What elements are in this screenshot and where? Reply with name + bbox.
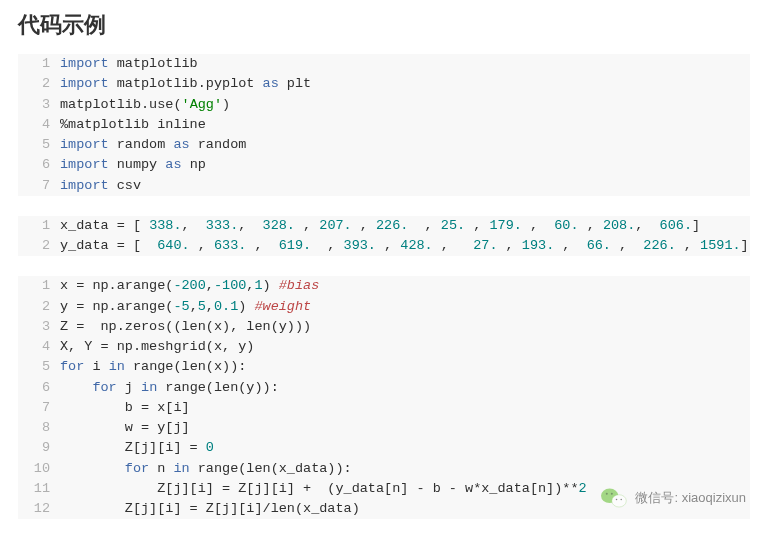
code-token: , bbox=[206, 278, 214, 293]
code-content: import numpy as np bbox=[60, 155, 206, 175]
code-token: , bbox=[190, 299, 198, 314]
code-token: 5 bbox=[198, 299, 206, 314]
code-token: csv bbox=[109, 178, 141, 193]
code-token: , bbox=[311, 238, 343, 253]
code-token: in bbox=[141, 380, 157, 395]
section-heading: 代码示例 bbox=[18, 10, 750, 40]
code-content: for j in range(len(y)): bbox=[60, 378, 279, 398]
svg-point-4 bbox=[616, 499, 618, 501]
code-token: , bbox=[522, 218, 554, 233]
code-line: 1import matplotlib bbox=[18, 54, 750, 74]
code-block: 1x_data = [ 338., 333., 328. , 207. , 22… bbox=[18, 216, 750, 257]
code-token: b = x[i] bbox=[60, 400, 190, 415]
code-content: Z[j][i] = Z[j][i]/len(x_data) bbox=[60, 499, 360, 519]
svg-point-5 bbox=[621, 499, 623, 501]
code-token: n bbox=[149, 461, 173, 476]
code-content: import csv bbox=[60, 176, 141, 196]
code-token: 0.1 bbox=[214, 299, 238, 314]
svg-point-2 bbox=[606, 493, 608, 495]
code-token: %matplotlib inline bbox=[60, 117, 206, 132]
code-token: , bbox=[433, 238, 474, 253]
line-number: 1 bbox=[18, 216, 60, 236]
code-token: , bbox=[611, 238, 643, 253]
code-token: 2 bbox=[578, 481, 586, 496]
code-token: Z[j][i] = bbox=[60, 440, 206, 455]
code-token: x = np.arange( bbox=[60, 278, 173, 293]
code-token: as bbox=[165, 157, 181, 172]
code-token: matplotlib.pyplot bbox=[109, 76, 263, 91]
code-token: 606. bbox=[660, 218, 692, 233]
code-token: , bbox=[352, 218, 376, 233]
code-token: , bbox=[465, 218, 489, 233]
code-token: , bbox=[246, 238, 278, 253]
code-token: range(len(x)): bbox=[125, 359, 247, 374]
code-token: , bbox=[554, 238, 586, 253]
code-token: 333. bbox=[206, 218, 238, 233]
line-number: 3 bbox=[18, 317, 60, 337]
code-token: #weight bbox=[254, 299, 311, 314]
line-number: 4 bbox=[18, 115, 60, 135]
code-token: 0 bbox=[206, 440, 214, 455]
watermark: 微信号: xiaoqizixun bbox=[601, 486, 746, 510]
code-token: , bbox=[182, 218, 206, 233]
code-token: matplotlib bbox=[109, 56, 198, 71]
code-token: random bbox=[190, 137, 247, 152]
code-token: 338. bbox=[149, 218, 181, 233]
code-content: import matplotlib bbox=[60, 54, 198, 74]
wechat-icon bbox=[601, 486, 627, 510]
line-number: 12 bbox=[18, 499, 60, 519]
code-token: x_data = [ bbox=[60, 218, 149, 233]
line-number: 2 bbox=[18, 236, 60, 256]
code-token: ) bbox=[238, 299, 254, 314]
code-token: , bbox=[238, 218, 262, 233]
line-number: 11 bbox=[18, 479, 60, 499]
line-number: 7 bbox=[18, 398, 60, 418]
code-token: 1591. bbox=[700, 238, 741, 253]
code-token: ] bbox=[692, 218, 700, 233]
code-token: , bbox=[190, 238, 214, 253]
line-number: 7 bbox=[18, 176, 60, 196]
code-token: 619. bbox=[279, 238, 311, 253]
line-number: 2 bbox=[18, 74, 60, 94]
code-content: %matplotlib inline bbox=[60, 115, 206, 135]
code-token: 25. bbox=[441, 218, 465, 233]
code-content: X, Y = np.meshgrid(x, y) bbox=[60, 337, 254, 357]
code-token: , bbox=[376, 238, 400, 253]
line-number: 5 bbox=[18, 135, 60, 155]
code-token: import bbox=[60, 76, 109, 91]
code-line: 4X, Y = np.meshgrid(x, y) bbox=[18, 337, 750, 357]
code-line: 6 for j in range(len(y)): bbox=[18, 378, 750, 398]
code-token: #bias bbox=[279, 278, 320, 293]
code-content: import random as random bbox=[60, 135, 246, 155]
code-token: , bbox=[206, 299, 214, 314]
code-token: np bbox=[182, 157, 206, 172]
code-token: X, Y = np.meshgrid(x, y) bbox=[60, 339, 254, 354]
code-token: as bbox=[173, 137, 189, 152]
code-token: 328. bbox=[263, 218, 295, 233]
code-content: x_data = [ 338., 333., 328. , 207. , 226… bbox=[60, 216, 700, 236]
code-token: matplotlib.use( bbox=[60, 97, 182, 112]
code-token: random bbox=[109, 137, 174, 152]
code-token: , bbox=[579, 218, 603, 233]
code-token: for bbox=[60, 359, 84, 374]
code-content: import matplotlib.pyplot as plt bbox=[60, 74, 311, 94]
code-token: i bbox=[84, 359, 108, 374]
code-token: plt bbox=[279, 76, 311, 91]
code-content: w = y[j] bbox=[60, 418, 190, 438]
code-token: j bbox=[117, 380, 141, 395]
code-token: range(len(y)): bbox=[157, 380, 279, 395]
line-number: 3 bbox=[18, 95, 60, 115]
code-line: 4%matplotlib inline bbox=[18, 115, 750, 135]
code-token: -200 bbox=[173, 278, 205, 293]
line-number: 10 bbox=[18, 459, 60, 479]
code-token: 66. bbox=[587, 238, 611, 253]
line-number: 5 bbox=[18, 357, 60, 377]
line-number: 1 bbox=[18, 276, 60, 296]
code-token: y = np.arange( bbox=[60, 299, 173, 314]
code-line: 9 Z[j][i] = 0 bbox=[18, 438, 750, 458]
code-line: 1x = np.arange(-200,-100,1) #bias bbox=[18, 276, 750, 296]
code-line: 8 w = y[j] bbox=[18, 418, 750, 438]
line-number: 4 bbox=[18, 337, 60, 357]
svg-point-1 bbox=[612, 495, 626, 507]
code-content: for i in range(len(x)): bbox=[60, 357, 246, 377]
